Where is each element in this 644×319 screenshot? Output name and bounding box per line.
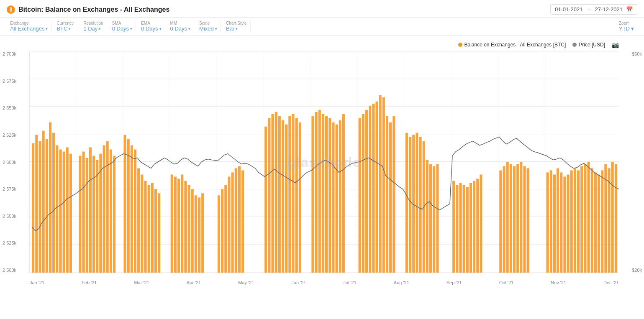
page-header: ₿ Bitcoin: Balance on Exchanges - All Ex…: [0, 0, 644, 18]
zoom-label: Zoom: [619, 21, 634, 26]
chart-style-label: Chart Style: [226, 21, 246, 26]
exchange-selector[interactable]: Exchange All Exchanges ▾: [7, 20, 51, 33]
svg-rect-10: [35, 135, 38, 273]
svg-rect-131: [580, 166, 583, 273]
scale-selector[interactable]: Scale Mixed ▾: [196, 20, 221, 33]
date-arrow: →: [586, 6, 592, 13]
svg-rect-40: [151, 183, 154, 273]
svg-rect-77: [328, 118, 331, 273]
svg-rect-21: [79, 156, 81, 273]
svg-rect-45: [177, 179, 180, 273]
svg-rect-130: [577, 170, 580, 273]
svg-rect-13: [46, 139, 48, 273]
y-axis-left: 2 700k 2 675k 2 650k 2 625k 2 600k 2 575…: [3, 51, 16, 273]
svg-rect-53: [218, 195, 220, 273]
calendar-icon[interactable]: 📅: [626, 6, 633, 13]
svg-rect-82: [359, 118, 361, 273]
svg-rect-14: [49, 122, 51, 273]
svg-rect-75: [322, 114, 324, 273]
svg-rect-136: [598, 174, 600, 273]
svg-rect-38: [144, 181, 146, 273]
zoom-chevron: ▾: [631, 26, 634, 32]
sma-label: SMA: [112, 21, 132, 26]
sma-chevron: ▾: [130, 27, 132, 31]
ema-selector[interactable]: EMA 0 Days ▾: [138, 20, 165, 33]
svg-rect-42: [158, 193, 160, 273]
svg-rect-16: [56, 145, 58, 273]
exchange-label: Exchange: [10, 21, 48, 26]
sma-selector[interactable]: SMA 0 Days ▾: [109, 20, 136, 33]
svg-rect-66: [282, 120, 284, 273]
svg-rect-122: [550, 170, 552, 273]
svg-rect-128: [570, 170, 573, 273]
resolution-value: 1 Day ▾: [83, 26, 103, 32]
chart-legend: Balance on Exchanges - All Exchanges [BT…: [29, 40, 619, 51]
mm-selector[interactable]: MM 0 Days ▾: [167, 20, 194, 33]
resolution-selector[interactable]: Resolution 1 Day ▾: [80, 20, 107, 33]
camera-icon[interactable]: 📷: [612, 41, 619, 48]
exchange-chevron: ▾: [46, 27, 48, 31]
svg-rect-24: [89, 148, 92, 273]
svg-rect-51: [198, 197, 200, 273]
svg-rect-74: [318, 110, 321, 273]
mm-chevron: ▾: [188, 27, 190, 31]
legend-item-btc: Balance on Exchanges - All Exchanges [BT…: [458, 42, 566, 48]
svg-rect-65: [278, 116, 281, 273]
svg-rect-120: [527, 168, 529, 273]
legend-usd-label: Price [USD]: [579, 42, 605, 48]
svg-rect-36: [137, 168, 140, 273]
currency-selector[interactable]: Currency BTC ▾: [53, 20, 78, 33]
svg-rect-86: [372, 104, 375, 273]
svg-rect-54: [221, 189, 223, 273]
svg-rect-85: [369, 106, 371, 273]
svg-rect-20: [69, 154, 72, 273]
svg-rect-81: [342, 114, 345, 273]
svg-rect-69: [292, 114, 294, 273]
svg-rect-132: [584, 164, 586, 273]
svg-rect-114: [506, 162, 509, 273]
svg-rect-79: [336, 125, 338, 273]
svg-rect-52: [201, 193, 204, 273]
svg-rect-32: [123, 135, 126, 273]
ema-label: EMA: [141, 21, 161, 26]
chart-svg: [30, 51, 619, 273]
toolbar: Exchange All Exchanges ▾ Currency BTC ▾ …: [0, 18, 644, 36]
zoom-selector[interactable]: Zoom YTD ▾: [616, 20, 637, 33]
currency-chevron: ▾: [69, 27, 71, 31]
date-range[interactable]: 01-01-2021 → 27-12-2021 📅: [550, 4, 637, 15]
svg-rect-102: [436, 164, 439, 273]
svg-rect-34: [131, 145, 133, 273]
svg-rect-88: [379, 95, 382, 273]
svg-rect-50: [195, 195, 197, 273]
svg-rect-35: [134, 150, 136, 273]
svg-rect-28: [103, 145, 105, 273]
chart-style-value: Bar ▾: [226, 26, 246, 32]
svg-rect-58: [235, 168, 237, 273]
svg-rect-139: [608, 168, 610, 273]
svg-rect-141: [615, 164, 617, 273]
svg-rect-127: [567, 174, 570, 273]
svg-rect-29: [106, 141, 109, 273]
svg-rect-49: [191, 189, 194, 273]
bitcoin-icon: ₿: [7, 5, 15, 14]
svg-rect-113: [503, 166, 505, 273]
svg-rect-133: [587, 162, 590, 273]
mm-value: 0 Days ▾: [170, 26, 190, 32]
legend-dot-orange: [458, 43, 462, 47]
svg-rect-68: [288, 116, 291, 273]
svg-rect-125: [560, 172, 562, 273]
svg-rect-83: [362, 114, 364, 273]
svg-rect-121: [547, 172, 549, 273]
svg-rect-134: [591, 168, 593, 273]
resolution-label: Resolution: [83, 21, 103, 26]
sma-value: 0 Days ▾: [112, 26, 132, 32]
resolution-chevron: ▾: [99, 27, 101, 31]
scale-chevron: ▾: [215, 27, 217, 31]
svg-rect-80: [339, 120, 341, 273]
date-start: 01-01-2021: [555, 6, 583, 13]
svg-rect-99: [426, 160, 428, 273]
chart-style-selector[interactable]: Chart Style Bar ▾: [223, 20, 250, 33]
svg-rect-87: [375, 102, 378, 273]
svg-rect-84: [365, 110, 368, 273]
svg-rect-118: [520, 162, 522, 273]
